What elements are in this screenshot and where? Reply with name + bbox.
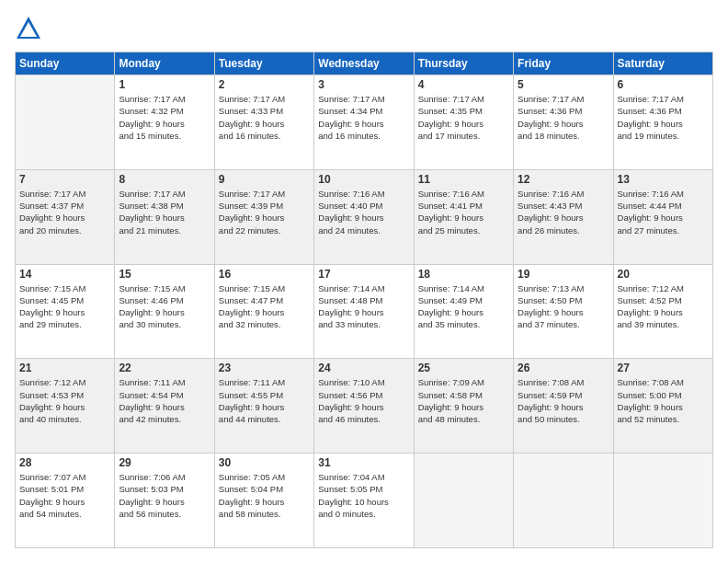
day-number: 20 [618,268,709,281]
day-info: Sunrise: 7:17 AM Sunset: 4:35 PM Dayligh… [418,93,509,142]
day-info: Sunrise: 7:09 AM Sunset: 4:58 PM Dayligh… [418,376,509,425]
calendar-cell: 15Sunrise: 7:15 AM Sunset: 4:46 PM Dayli… [115,264,214,359]
calendar-cell: 27Sunrise: 7:08 AM Sunset: 5:00 PM Dayli… [613,359,712,454]
day-number: 9 [219,173,310,186]
calendar-cell: 24Sunrise: 7:10 AM Sunset: 4:56 PM Dayli… [314,359,414,454]
day-number: 21 [19,362,110,374]
calendar-cell: 10Sunrise: 7:16 AM Sunset: 4:40 PM Dayli… [314,169,414,264]
calendar-week-row: 14Sunrise: 7:15 AM Sunset: 4:45 PM Dayli… [16,264,713,359]
weekday-header-row: SundayMondayTuesdayWednesdayThursdayFrid… [16,52,713,75]
day-info: Sunrise: 7:17 AM Sunset: 4:39 PM Dayligh… [219,188,310,236]
day-number: 15 [119,268,210,281]
calendar-cell: 1Sunrise: 7:17 AM Sunset: 4:32 PM Daylig… [115,75,214,170]
day-info: Sunrise: 7:06 AM Sunset: 5:03 PM Dayligh… [119,471,210,520]
day-info: Sunrise: 7:16 AM Sunset: 4:44 PM Dayligh… [618,188,709,236]
logo [15,15,46,42]
weekday-header-thursday: Thursday [414,52,513,75]
calendar-cell: 3Sunrise: 7:17 AM Sunset: 4:34 PM Daylig… [314,75,414,170]
calendar-cell [414,454,513,548]
calendar-cell: 6Sunrise: 7:17 AM Sunset: 4:36 PM Daylig… [613,75,712,170]
calendar-cell: 17Sunrise: 7:14 AM Sunset: 4:48 PM Dayli… [314,264,414,359]
day-info: Sunrise: 7:14 AM Sunset: 4:49 PM Dayligh… [418,282,509,331]
day-number: 28 [19,456,110,469]
calendar-cell: 25Sunrise: 7:09 AM Sunset: 4:58 PM Dayli… [414,359,513,454]
calendar-cell: 19Sunrise: 7:13 AM Sunset: 4:50 PM Dayli… [514,264,613,359]
calendar-cell: 8Sunrise: 7:17 AM Sunset: 4:38 PM Daylig… [115,169,214,264]
weekday-header-sunday: Sunday [16,52,115,75]
calendar-week-row: 28Sunrise: 7:07 AM Sunset: 5:01 PM Dayli… [16,454,713,548]
day-info: Sunrise: 7:08 AM Sunset: 5:00 PM Dayligh… [618,376,709,425]
weekday-header-friday: Friday [514,52,613,75]
calendar-cell: 20Sunrise: 7:12 AM Sunset: 4:52 PM Dayli… [613,264,712,359]
day-number: 17 [318,268,409,281]
day-number: 22 [119,362,210,374]
weekday-header-saturday: Saturday [613,52,712,75]
calendar-cell: 29Sunrise: 7:06 AM Sunset: 5:03 PM Dayli… [115,454,214,548]
page: SundayMondayTuesdayWednesdayThursdayFrid… [0,0,728,563]
calendar-cell [16,75,115,170]
calendar-week-row: 7Sunrise: 7:17 AM Sunset: 4:37 PM Daylig… [16,169,713,264]
day-info: Sunrise: 7:11 AM Sunset: 4:55 PM Dayligh… [219,376,310,425]
day-number: 6 [618,78,709,91]
day-number: 14 [19,268,110,281]
day-info: Sunrise: 7:08 AM Sunset: 4:59 PM Dayligh… [518,376,609,425]
calendar-cell: 12Sunrise: 7:16 AM Sunset: 4:43 PM Dayli… [514,169,613,264]
calendar-cell: 21Sunrise: 7:12 AM Sunset: 4:53 PM Dayli… [16,359,115,454]
day-number: 13 [618,173,709,186]
day-info: Sunrise: 7:17 AM Sunset: 4:33 PM Dayligh… [219,93,310,142]
day-info: Sunrise: 7:04 AM Sunset: 5:05 PM Dayligh… [318,471,409,520]
calendar-week-row: 21Sunrise: 7:12 AM Sunset: 4:53 PM Dayli… [16,359,713,454]
calendar-cell: 28Sunrise: 7:07 AM Sunset: 5:01 PM Dayli… [16,454,115,548]
calendar-table: SundayMondayTuesdayWednesdayThursdayFrid… [15,52,713,548]
day-info: Sunrise: 7:17 AM Sunset: 4:38 PM Dayligh… [119,188,210,236]
day-info: Sunrise: 7:07 AM Sunset: 5:01 PM Dayligh… [19,471,110,520]
day-info: Sunrise: 7:16 AM Sunset: 4:43 PM Dayligh… [518,188,609,236]
day-info: Sunrise: 7:16 AM Sunset: 4:40 PM Dayligh… [318,188,409,236]
day-number: 24 [318,362,409,374]
day-info: Sunrise: 7:17 AM Sunset: 4:34 PM Dayligh… [318,93,409,142]
day-number: 11 [418,173,509,186]
calendar-cell: 23Sunrise: 7:11 AM Sunset: 4:55 PM Dayli… [214,359,313,454]
day-info: Sunrise: 7:17 AM Sunset: 4:36 PM Dayligh… [518,93,609,142]
day-number: 1 [119,78,210,91]
calendar-cell: 11Sunrise: 7:16 AM Sunset: 4:41 PM Dayli… [414,169,513,264]
calendar-cell [514,454,613,548]
calendar-cell: 9Sunrise: 7:17 AM Sunset: 4:39 PM Daylig… [214,169,313,264]
calendar-cell: 5Sunrise: 7:17 AM Sunset: 4:36 PM Daylig… [514,75,613,170]
day-number: 3 [318,78,409,91]
day-info: Sunrise: 7:11 AM Sunset: 4:54 PM Dayligh… [119,376,210,425]
day-number: 27 [618,362,709,374]
weekday-header-tuesday: Tuesday [214,52,313,75]
day-number: 23 [219,362,310,374]
day-info: Sunrise: 7:17 AM Sunset: 4:32 PM Dayligh… [119,93,210,142]
day-number: 26 [518,362,609,374]
day-number: 29 [119,456,210,469]
day-info: Sunrise: 7:15 AM Sunset: 4:46 PM Dayligh… [119,282,210,331]
calendar-cell: 18Sunrise: 7:14 AM Sunset: 4:49 PM Dayli… [414,264,513,359]
day-info: Sunrise: 7:12 AM Sunset: 4:53 PM Dayligh… [19,376,110,425]
weekday-header-monday: Monday [115,52,214,75]
day-info: Sunrise: 7:10 AM Sunset: 4:56 PM Dayligh… [318,376,409,425]
day-number: 8 [119,173,210,186]
calendar-cell: 16Sunrise: 7:15 AM Sunset: 4:47 PM Dayli… [214,264,313,359]
day-number: 31 [318,456,409,469]
day-number: 7 [19,173,110,186]
day-info: Sunrise: 7:16 AM Sunset: 4:41 PM Dayligh… [418,188,509,236]
day-info: Sunrise: 7:12 AM Sunset: 4:52 PM Dayligh… [618,282,709,331]
weekday-header-wednesday: Wednesday [314,52,414,75]
day-info: Sunrise: 7:14 AM Sunset: 4:48 PM Dayligh… [318,282,409,331]
calendar-cell: 7Sunrise: 7:17 AM Sunset: 4:37 PM Daylig… [16,169,115,264]
calendar-cell: 30Sunrise: 7:05 AM Sunset: 5:04 PM Dayli… [214,454,313,548]
day-info: Sunrise: 7:17 AM Sunset: 4:36 PM Dayligh… [618,93,709,142]
calendar-week-row: 1Sunrise: 7:17 AM Sunset: 4:32 PM Daylig… [16,75,713,170]
calendar-cell [613,454,712,548]
calendar-cell: 14Sunrise: 7:15 AM Sunset: 4:45 PM Dayli… [16,264,115,359]
day-number: 5 [518,78,609,91]
day-number: 12 [518,173,609,186]
day-number: 19 [518,268,609,281]
day-info: Sunrise: 7:15 AM Sunset: 4:45 PM Dayligh… [19,282,110,331]
calendar-cell: 13Sunrise: 7:16 AM Sunset: 4:44 PM Dayli… [613,169,712,264]
calendar-cell: 31Sunrise: 7:04 AM Sunset: 5:05 PM Dayli… [314,454,414,548]
logo-icon [15,15,42,42]
day-info: Sunrise: 7:17 AM Sunset: 4:37 PM Dayligh… [19,188,110,236]
